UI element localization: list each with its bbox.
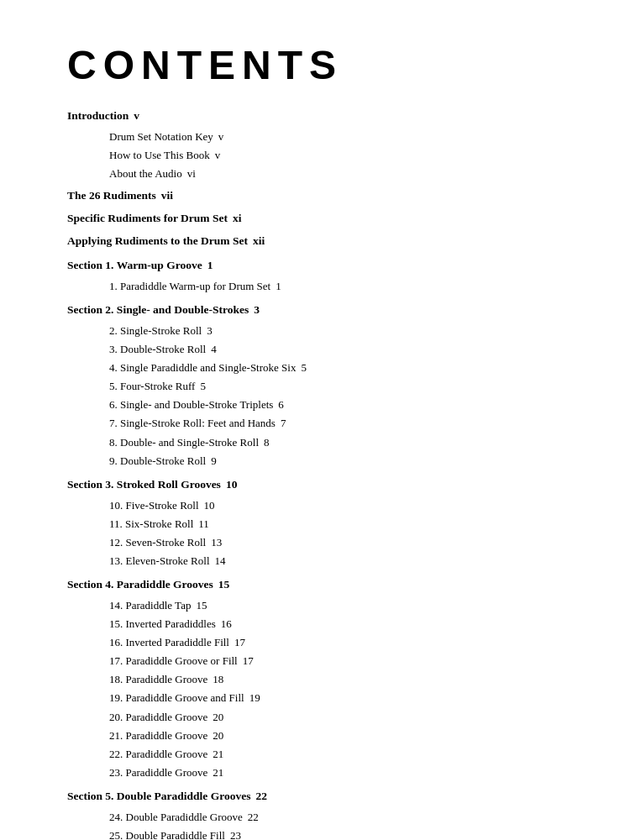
toc-child-item: 7. Single-Stroke Roll: Feet and Hands7 bbox=[67, 414, 563, 433]
toc-child-item: 21. Paradiddle Groove20 bbox=[67, 727, 563, 745]
toc-section-header: Section 1. Warm-up Groove1 bbox=[67, 256, 563, 276]
toc-section-header: Section 2. Single- and Double-Strokes3 bbox=[67, 301, 563, 320]
toc-child-item: 14. Paradiddle Tap15 bbox=[67, 596, 563, 615]
toc-child-item: 2. Single-Stroke Roll3 bbox=[67, 322, 563, 340]
toc-section-block: Section 5. Double Paradiddle Grooves2224… bbox=[67, 787, 563, 840]
toc-child-item: 4. Single Paradiddle and Single-Stroke S… bbox=[67, 359, 563, 377]
toc-section-block: Section 4. Paradiddle Grooves1514. Parad… bbox=[67, 575, 563, 782]
toc-section-header: Section 3. Stroked Roll Grooves10 bbox=[67, 475, 563, 495]
toc-child-item: 23. Paradiddle Groove21 bbox=[67, 764, 563, 782]
toc-child-item: 22. Paradiddle Groove21 bbox=[67, 745, 563, 764]
toc-child-item: 24. Double Paradiddle Groove22 bbox=[67, 808, 563, 827]
toc-child-item: 25. Double Paradiddle Fill23 bbox=[67, 827, 563, 840]
toc-child-item: 10. Five-Stroke Roll10 bbox=[67, 496, 563, 515]
toc-child-item: 5. Four-Stroke Ruff5 bbox=[67, 377, 563, 396]
toc-child-item: 12. Seven-Stroke Roll13 bbox=[67, 533, 563, 552]
toc-child-item: 8. Double- and Single-Stroke Roll8 bbox=[67, 433, 563, 452]
toc-child-item: 16. Inverted Paradiddle Fill17 bbox=[67, 633, 563, 652]
toc-section-header: Section 5. Double Paradiddle Grooves22 bbox=[67, 787, 563, 806]
toc-child-item: 6. Single- and Double-Stroke Triplets6 bbox=[67, 396, 563, 414]
toc-section-header: Section 4. Paradiddle Grooves15 bbox=[67, 575, 563, 595]
toc-section-block: Section 2. Single- and Double-Strokes32.… bbox=[67, 301, 563, 470]
toc-child-item: About the Audiovi bbox=[67, 165, 563, 183]
toc-top-level-item: Specific Rudiments for Drum Setxi bbox=[67, 209, 563, 228]
toc-child-item: 3. Double-Stroke Roll4 bbox=[67, 340, 563, 359]
toc-child-item: 17. Paradiddle Groove or Fill17 bbox=[67, 652, 563, 670]
toc-child-item: 1. Paradiddle Warm-up for Drum Set1 bbox=[67, 277, 563, 296]
toc-child-item: 11. Six-Stroke Roll11 bbox=[67, 515, 563, 533]
toc-child-item: How to Use This Bookv bbox=[67, 146, 563, 165]
toc-child-item: 15. Inverted Paradiddles16 bbox=[67, 615, 563, 633]
toc-section-block: Section 1. Warm-up Groove11. Paradiddle … bbox=[67, 256, 563, 296]
toc-container: IntroductionvDrum Set Notation KeyvHow t… bbox=[67, 107, 563, 840]
toc-top-level-item: Applying Rudiments to the Drum Setxii bbox=[67, 232, 563, 251]
page-title: CONTENTS bbox=[67, 42, 563, 88]
toc-section-block: Section 3. Stroked Roll Grooves1010. Fiv… bbox=[67, 475, 563, 570]
toc-child-item: 19. Paradiddle Groove and Fill19 bbox=[67, 689, 563, 707]
toc-top-level-item: The 26 Rudimentsvii bbox=[67, 186, 563, 206]
toc-child-item: Drum Set Notation Keyv bbox=[67, 128, 563, 146]
toc-top-level-item: Introductionv bbox=[67, 107, 563, 126]
toc-child-item: 9. Double-Stroke Roll9 bbox=[67, 452, 563, 470]
toc-child-item: 18. Paradiddle Groove18 bbox=[67, 670, 563, 689]
toc-child-item: 20. Paradiddle Groove20 bbox=[67, 708, 563, 727]
page: CONTENTS IntroductionvDrum Set Notation … bbox=[0, 0, 630, 840]
toc-child-item: 13. Eleven-Stroke Roll14 bbox=[67, 552, 563, 570]
